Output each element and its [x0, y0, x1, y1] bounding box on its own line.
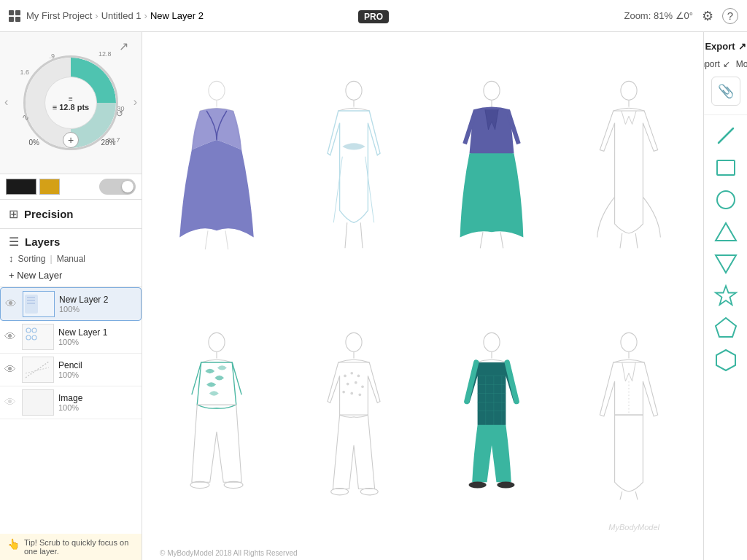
project-name[interactable]: My First Project — [26, 10, 92, 21]
gold-swatch[interactable] — [39, 179, 60, 195]
figure-cell-6 — [287, 291, 421, 540]
tip-box: 👆 Tip! Scrub to quickly focus on one lay… — [0, 534, 142, 560]
precision-icon: ⊞ — [9, 207, 18, 221]
hexagon-tool[interactable] — [713, 347, 739, 373]
triangle-down-tool[interactable] — [713, 251, 739, 277]
layer-opacity: 100% — [58, 338, 137, 346]
wheel-area[interactable]: ‹ ↗ 1.6 .9 12.8 ≡ ≡ 12.8 pts 0% 28% 30 2… — [0, 32, 142, 174]
svg-point-41 — [347, 382, 349, 385]
layers-label: Layers — [25, 236, 60, 248]
svg-line-59 — [620, 491, 622, 499]
triangle-up-tool[interactable] — [713, 219, 739, 245]
svg-point-6 — [26, 335, 31, 340]
sep2: › — [144, 10, 147, 21]
star-tool[interactable] — [713, 283, 739, 309]
layer-item[interactable]: 👁 New Layer 2 100% — [0, 287, 142, 321]
figure-cell-2 — [287, 39, 421, 288]
rectangle-tool[interactable] — [713, 155, 739, 181]
svg-point-4 — [26, 328, 31, 332]
toggle-switch[interactable] — [99, 179, 136, 195]
layers-menu-icon: ☰ — [9, 235, 19, 249]
wheel-inner: ≡ ≡ 12.8 pts — [44, 77, 97, 129]
layer-list: 👁 New Layer 2 100% 👁 — [0, 287, 142, 534]
layer-eye-icon[interactable]: 👁 — [4, 363, 18, 376]
color-swatches — [0, 174, 142, 200]
svg-point-22 — [484, 82, 500, 101]
svg-line-60 — [635, 491, 638, 499]
layer-item[interactable]: 👁 New Layer 1 100% — [0, 321, 142, 354]
arrow-right-icon[interactable]: › — [133, 96, 137, 109]
svg-line-20 — [345, 222, 347, 248]
layer-opacity: 100% — [58, 403, 137, 412]
figure-cell-3 — [425, 39, 559, 288]
layer-item[interactable]: 👁 Image 100% — [0, 386, 142, 419]
tab2-label[interactable]: New Layer 2 — [150, 10, 204, 21]
layer-name: New Layer 1 — [58, 327, 137, 338]
tip-hand-icon: 👆 — [7, 538, 20, 556]
svg-line-61 — [719, 128, 733, 143]
wheel-container[interactable]: 1.6 .9 12.8 ≡ ≡ 12.8 pts 0% 28% 30 23.7 … — [15, 47, 128, 160]
import-row: Import ↙ More — [703, 59, 747, 69]
export-button[interactable]: Export ↗ — [703, 38, 747, 55]
figure-cell-5 — [150, 291, 284, 540]
wave-icon[interactable]: ∿ — [22, 112, 29, 122]
gear-icon[interactable]: ⚙ — [702, 8, 713, 24]
new-layer-button[interactable]: + New Layer — [9, 270, 133, 281]
figure-6 — [306, 327, 401, 502]
wheel-add-button[interactable]: + — [63, 132, 79, 148]
rt-tools — [713, 118, 739, 554]
svg-point-10 — [209, 82, 225, 101]
help-icon[interactable]: ? — [722, 8, 738, 24]
arrow-left-icon[interactable]: ‹ — [4, 96, 8, 109]
breadcrumb: My First Project › Untitled 1 › New Laye… — [26, 10, 204, 21]
precision-section[interactable]: ⊞ Precision — [0, 200, 142, 229]
pentagon-tool[interactable] — [713, 315, 739, 341]
new-layer-label: + New Layer — [9, 270, 62, 281]
layer-opacity: 100% — [58, 370, 137, 379]
figure-8 — [581, 327, 676, 502]
paperclip-button[interactable]: 📎 — [711, 77, 740, 106]
more-button[interactable]: More — [736, 59, 747, 69]
svg-point-42 — [355, 381, 357, 384]
tab1-label[interactable]: Untitled 1 — [101, 10, 142, 21]
svg-point-53 — [468, 481, 486, 488]
figure-5 — [169, 327, 264, 502]
canvas-inner[interactable]: MyBodyModel — [142, 32, 703, 546]
layer-info: Pencil 100% — [58, 360, 137, 379]
topbar-center: PRO — [252, 9, 495, 23]
app-grid-icon[interactable] — [9, 10, 20, 22]
layer-eye-icon[interactable]: 👁 — [4, 396, 18, 409]
svg-point-45 — [351, 392, 354, 394]
svg-marker-65 — [716, 255, 736, 273]
layer-eye-icon[interactable]: 👁 — [5, 298, 18, 311]
toggle-knob — [122, 181, 133, 192]
svg-point-55 — [621, 332, 637, 351]
spiral-icon[interactable]: ↺ — [116, 109, 123, 119]
black-swatch[interactable] — [6, 179, 36, 195]
svg-point-63 — [717, 191, 735, 209]
tip-text: Tip! Scrub to quickly focus on one layer… — [24, 538, 134, 556]
pro-badge: PRO — [358, 10, 389, 23]
layer-thumb — [22, 324, 54, 350]
svg-point-54 — [497, 481, 514, 488]
wheel-brush-icon: ≡ — [69, 95, 73, 103]
main-layout: ‹ ↗ 1.6 .9 12.8 ≡ ≡ 12.8 pts 0% 28% 30 2… — [0, 32, 747, 560]
svg-point-7 — [32, 335, 36, 340]
right-toolbar: Export ↗ Import ↙ More 📎 — [703, 32, 747, 560]
svg-point-5 — [32, 328, 36, 332]
svg-point-43 — [362, 385, 365, 388]
layers-section: ☰ Layers ↕ Sorting | Manual + New Layer — [0, 229, 142, 287]
layer-eye-icon[interactable]: 👁 — [4, 330, 18, 343]
layer-item[interactable]: 👁 Pencil 100% — [0, 354, 142, 386]
line-tool[interactable] — [713, 122, 739, 149]
svg-line-14 — [205, 231, 208, 250]
layer-thumb — [22, 389, 54, 416]
topbar-right: Zoom: 81% ∠0° ⚙ ? — [495, 8, 738, 24]
circle-tool[interactable] — [713, 187, 739, 213]
figure-cell-4 — [562, 39, 696, 288]
export-icon: ↗ — [738, 41, 746, 52]
svg-marker-67 — [716, 318, 736, 337]
svg-line-28 — [620, 233, 622, 248]
svg-marker-66 — [716, 286, 736, 305]
import-button[interactable]: Import — [703, 59, 720, 69]
